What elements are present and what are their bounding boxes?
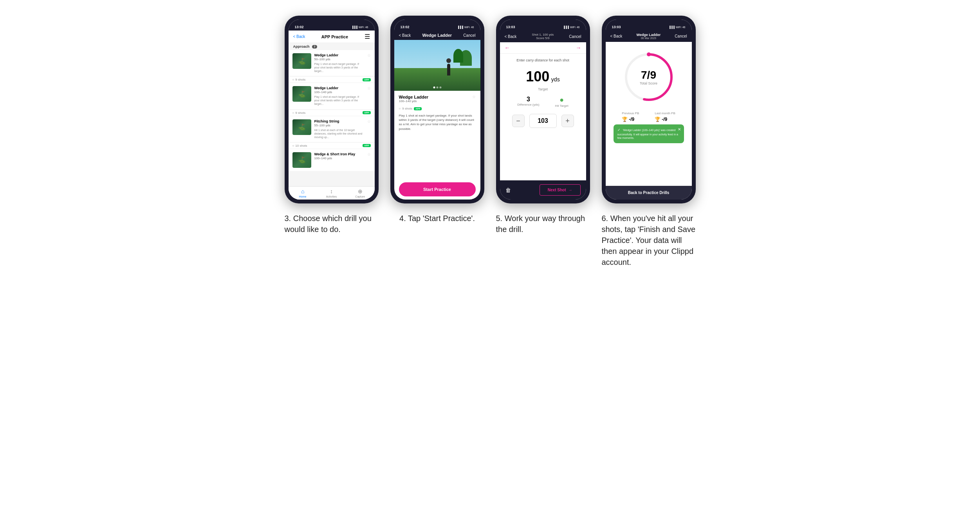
back-to-drills-button[interactable]: Back to Practice Drills	[606, 186, 692, 200]
status-icons-1: ▐▐▐ WiFi 46	[352, 26, 368, 29]
tree-2	[453, 49, 463, 63]
nav-center-4: Wedge Ladder 06 Mar 2023	[636, 33, 661, 40]
trophy-icon-1: 🏆	[622, 117, 628, 122]
phone-2-screen: 13:02 ▐▐▐ WiFi 46 < Back Wedge Ladder Ca…	[394, 20, 480, 200]
signal-icon-3: ▐▐▐	[563, 26, 569, 29]
next-shot-button[interactable]: Next Shot →	[540, 184, 581, 196]
phone-notch	[318, 20, 345, 27]
last-month-pb: Last month PB 🏆 -/9	[655, 112, 675, 122]
last-month-pb-label: Last month PB	[655, 112, 675, 115]
star-icon-2[interactable]: ☆	[367, 86, 371, 90]
distance-value-display[interactable]: 103	[529, 114, 557, 128]
capture-icon: ⊕	[358, 188, 363, 194]
detail-drill-yds: 100–140 yds	[399, 99, 429, 103]
phone-3-column: 13:03 ▐▐▐ WiFi 46 < Back Shot 1, 100 yds…	[496, 16, 590, 235]
shot-entry-main: Enter carry distance for each shot 100 y…	[500, 54, 586, 180]
drill-info-2: Wedge Ladder 100–140 yds Play 1 shot at …	[314, 86, 364, 106]
back-button-3[interactable]: < Back	[505, 34, 517, 39]
home-icon: ⌂	[301, 188, 304, 194]
next-shot-arrow[interactable]: →	[576, 45, 581, 51]
cancel-button-2[interactable]: Cancel	[463, 33, 475, 38]
drill-info-3: Pitching String 55–100 yds Hit 1 shot at…	[314, 119, 364, 139]
arrow-right-icon: →	[569, 188, 572, 192]
hit-target-label: Hit Target	[555, 104, 569, 108]
start-practice-button[interactable]: Start Practice	[399, 182, 476, 196]
drill-name-1: Wedge Ladder	[314, 53, 364, 57]
tab-capture[interactable]: ⊕ Capture	[346, 188, 374, 198]
score-fraction: 7/9	[640, 69, 657, 81]
section-header-1: Approach 7	[289, 43, 375, 50]
dot-2	[436, 86, 438, 88]
detail-desc: Play 1 shot at each target yardage. If y…	[399, 113, 476, 131]
pb-row: Previous PB 🏆 -/9 Last month PB 🏆 -/9	[622, 112, 675, 122]
drill-image-3: ⛳	[292, 119, 311, 135]
shot-nav-center: Shot 1, 100 yds Score 5/9	[532, 33, 554, 40]
increase-button[interactable]: +	[561, 115, 574, 127]
tab-home[interactable]: ⌂ Home	[289, 188, 317, 198]
drill-footer-3: ○ 10 shots APP	[289, 143, 375, 149]
wifi-icon-3: WiFi	[570, 26, 576, 29]
app-badge-detail: APP	[414, 107, 422, 110]
golf-course-image	[394, 40, 480, 91]
prev-shot-arrow[interactable]: ←	[505, 45, 510, 51]
star-icon-4[interactable]: ☆	[367, 152, 371, 156]
list-item[interactable]: ⛳ Wedge Ladder 100–140 yds Play 1 shot a…	[289, 83, 375, 109]
detail-shots-row: ○ 9 shots APP	[399, 107, 476, 110]
nav-bar-2: < Back Wedge Ladder Cancel	[394, 31, 480, 40]
wifi-icon: WiFi	[359, 26, 364, 29]
tab-capture-label: Capture	[355, 195, 365, 198]
shots-count-2: ○ 9 shots	[292, 111, 306, 115]
drill-list-1: ⛳ Wedge Ladder 50–100 yds Play 1 shot at…	[289, 50, 375, 186]
menu-icon-1[interactable]: ☰	[365, 33, 370, 40]
status-icons-4: ▐▐▐ WiFi 46	[669, 26, 686, 29]
nav-title-2: Wedge Ladder	[422, 33, 452, 38]
drill-info-1: Wedge Ladder 50–100 yds Play 1 shot at e…	[314, 53, 364, 73]
score-text-center: 7/9 Total Score	[640, 69, 657, 85]
delete-icon[interactable]: 🗑	[505, 187, 511, 193]
nav-bar-1: < Back APP Practice ☰	[289, 31, 375, 43]
phone-notch-4	[635, 20, 662, 27]
dot-1	[433, 86, 435, 88]
cancel-button-4[interactable]: Cancel	[675, 34, 687, 38]
previous-pb-value: 🏆 -/9	[622, 117, 639, 122]
list-item[interactable]: ⛳ Wedge Ladder 50–100 yds Play 1 shot at…	[289, 50, 375, 76]
image-dots	[433, 86, 441, 88]
previous-pb-label: Previous PB	[622, 112, 639, 115]
drill-detail-content: Wedge Ladder 100–140 yds ☆ ○ 9 shots APP…	[394, 91, 480, 179]
status-time-2: 13:02	[401, 25, 410, 29]
target-display: 100 yds	[505, 68, 581, 85]
drill-yds-3: 55–100 yds	[314, 124, 364, 127]
nav-title-4-line2: 06 Mar 2023	[636, 37, 661, 40]
caption-2: 4. Tap 'Start Practice'.	[399, 213, 475, 224]
star-icon-detail[interactable]: ☆	[472, 95, 476, 99]
drill-desc-2: Play 1 shot at each target yardage. If y…	[314, 95, 364, 106]
star-icon-1[interactable]: ☆	[367, 53, 371, 58]
clock-icon-1: ○	[292, 78, 294, 81]
status-time-4: 13:03	[612, 25, 621, 29]
shots-count-3: ○ 10 shots	[292, 144, 307, 147]
caption-4: 6. When you've hit all your shots, tap '…	[602, 213, 696, 268]
cancel-button-3[interactable]: Cancel	[569, 34, 581, 39]
drill-image-2: ⛳	[292, 86, 311, 102]
hit-target-icon: ●	[555, 96, 569, 104]
toast-close-button[interactable]: ✕	[678, 127, 681, 132]
back-button-2[interactable]: < Back	[399, 33, 411, 38]
back-button-1[interactable]: < Back	[293, 34, 305, 39]
nav-bar-3: < Back Shot 1, 100 yds Score 5/9 Cancel	[500, 31, 586, 42]
page-container: 13:02 ▐▐▐ WiFi 46 < Back APP Practice ☰ …	[285, 16, 696, 268]
check-circle-icon: ●	[559, 96, 564, 104]
list-item[interactable]: ⛳ Wedge & Short Iron Play 100–140 yds ☆	[289, 149, 375, 171]
wifi-icon-2: WiFi	[464, 26, 470, 29]
list-item[interactable]: ⛳ Pitching String 55–100 yds Hit 1 shot …	[289, 116, 375, 142]
signal-icon-4: ▐▐▐	[669, 26, 675, 29]
decrease-button[interactable]: −	[512, 115, 525, 127]
drill-name-3: Pitching String	[314, 119, 364, 123]
back-button-4[interactable]: < Back	[610, 34, 623, 38]
difference-value: 3	[517, 96, 539, 103]
detail-title-group: Wedge Ladder 100–140 yds	[399, 95, 429, 105]
svg-point-2	[647, 52, 651, 56]
tab-activities[interactable]: ↕ Activities	[317, 188, 346, 198]
phone-notch-3	[529, 20, 557, 27]
star-icon-3[interactable]: ☆	[367, 119, 371, 124]
drill-image-1: ⛳	[292, 53, 311, 69]
